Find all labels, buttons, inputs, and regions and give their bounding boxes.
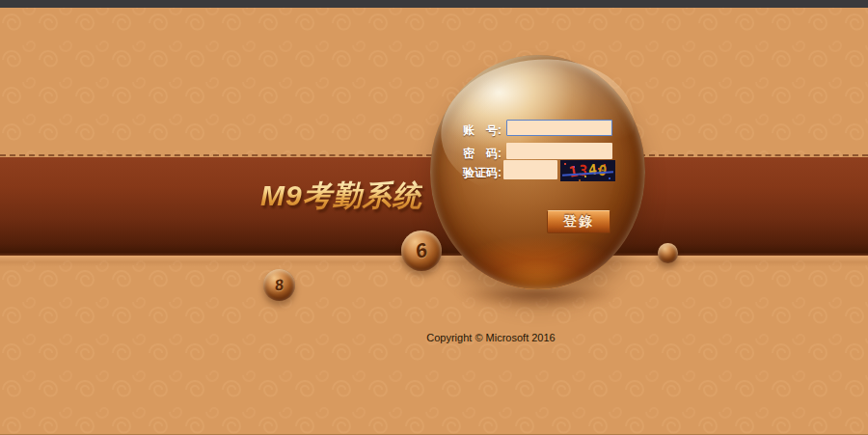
decor-ball-6: 6: [401, 231, 442, 271]
account-label: 账 号:: [442, 122, 502, 139]
login-page: M9考勤系统 6 8 账 号: 密 码: 验证码: 1 3 4 0 登錄 Cop…: [0, 0, 868, 435]
captcha-digit: 3: [578, 163, 588, 178]
page-title: M9考勤系统: [260, 177, 422, 216]
decor-ball-small: [658, 243, 678, 263]
captcha-label: 验证码:: [442, 165, 502, 181]
decor-ball-8: 8: [263, 269, 295, 301]
captcha-digit: 4: [587, 162, 598, 177]
window-top-bar: [0, 0, 868, 8]
password-label: 密 码:: [442, 146, 502, 162]
captcha-noise-dots: [564, 163, 566, 165]
login-button[interactable]: 登錄: [547, 210, 610, 233]
ball-number: 8: [274, 276, 285, 294]
ball-number: 6: [413, 238, 429, 263]
account-input[interactable]: [506, 120, 612, 136]
captcha-input[interactable]: [503, 160, 557, 179]
password-input[interactable]: [506, 143, 612, 159]
copyright-text: Copyright © Microsoft 2016: [426, 332, 555, 343]
captcha-image[interactable]: 1 3 4 0: [560, 160, 615, 181]
sphere-reflection: [434, 290, 640, 329]
